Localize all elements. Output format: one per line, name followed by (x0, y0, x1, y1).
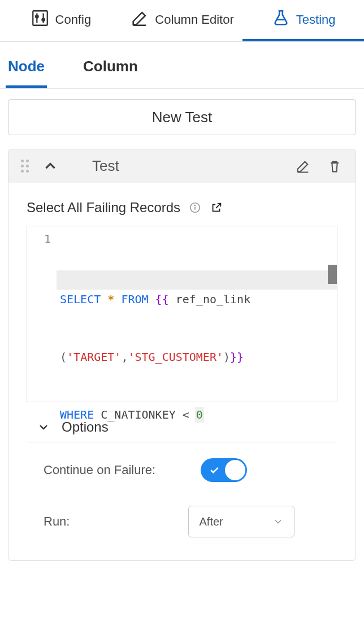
line-number: 1 (27, 232, 51, 246)
run-label: Run: (44, 514, 70, 529)
run-row: Run: After (27, 506, 337, 537)
tab-config[interactable]: Config (0, 0, 122, 41)
scrollbar-thumb[interactable] (328, 265, 337, 284)
sql-editor[interactable]: 1 SELECT * FROM {{ ref_no_link ('TARGET'… (27, 226, 337, 402)
token-comma: , (121, 350, 128, 364)
test-panel-header: Test (8, 149, 356, 183)
line-gutter: 1 (27, 226, 57, 402)
token-arg2: 'STG_CUSTOMER' (128, 350, 223, 364)
kw-where: WHERE (60, 408, 94, 421)
kw-select: SELECT (60, 292, 101, 306)
svg-point-4 (42, 18, 45, 21)
toggle-knob (225, 460, 245, 480)
tab-column-editor-label: Column Editor (155, 12, 233, 27)
top-tabs: Config Column Editor Testing (0, 0, 364, 42)
token-arg1: 'TARGET' (67, 350, 121, 364)
info-icon[interactable] (188, 201, 202, 214)
kw-from: FROM (121, 292, 148, 306)
code-area[interactable]: SELECT * FROM {{ ref_no_link ('TARGET','… (57, 226, 337, 402)
token-col: C_NATIONKEY (101, 408, 175, 421)
svg-rect-0 (33, 11, 47, 25)
test-panel-body: Select All Failing Records 1 (8, 183, 356, 560)
flask-icon (271, 8, 291, 31)
svg-point-2 (36, 15, 38, 18)
sub-tabs: Node Column (0, 42, 364, 89)
token-star: * (107, 292, 114, 306)
check-icon (209, 464, 220, 478)
drag-handle-icon[interactable] (21, 160, 32, 173)
token-open-braces: {{ (155, 292, 169, 306)
open-external-icon[interactable] (210, 201, 223, 214)
test-title: Test (92, 157, 284, 175)
chevron-down-icon (272, 516, 284, 527)
run-select[interactable]: After (188, 506, 294, 537)
test-panel: Test Select All Failing Records (8, 149, 356, 561)
new-test-button[interactable]: New Test (8, 99, 356, 135)
token-zero: 0 (196, 408, 203, 421)
token-lt: < (183, 408, 189, 421)
tab-testing[interactable]: Testing (242, 0, 364, 41)
token-close-braces: }} (230, 350, 244, 364)
delete-test-button[interactable] (326, 158, 343, 175)
sub-tab-node[interactable]: Node (6, 58, 47, 88)
svg-point-10 (194, 205, 195, 206)
run-value: After (199, 515, 223, 528)
tab-column-editor[interactable]: Column Editor (122, 0, 243, 41)
token-rparen: ) (223, 350, 230, 364)
collapse-toggle[interactable] (42, 160, 58, 173)
sub-tab-column[interactable]: Column (81, 58, 140, 88)
edit-test-button[interactable] (294, 158, 311, 175)
continue-toggle[interactable] (201, 458, 247, 482)
pencil-icon (130, 8, 149, 31)
tab-testing-label: Testing (296, 12, 336, 27)
token-fn: ref_no_link (176, 292, 250, 306)
tab-config-label: Config (55, 12, 92, 27)
continue-label: Continue on Failure: (44, 463, 155, 477)
chevron-down-icon (37, 420, 50, 434)
token-lparen: ( (60, 350, 67, 364)
active-line-highlight (57, 270, 337, 290)
sliders-icon (31, 8, 50, 31)
section-label: Select All Failing Records (27, 200, 180, 216)
content-area: New Test Test (0, 89, 364, 571)
